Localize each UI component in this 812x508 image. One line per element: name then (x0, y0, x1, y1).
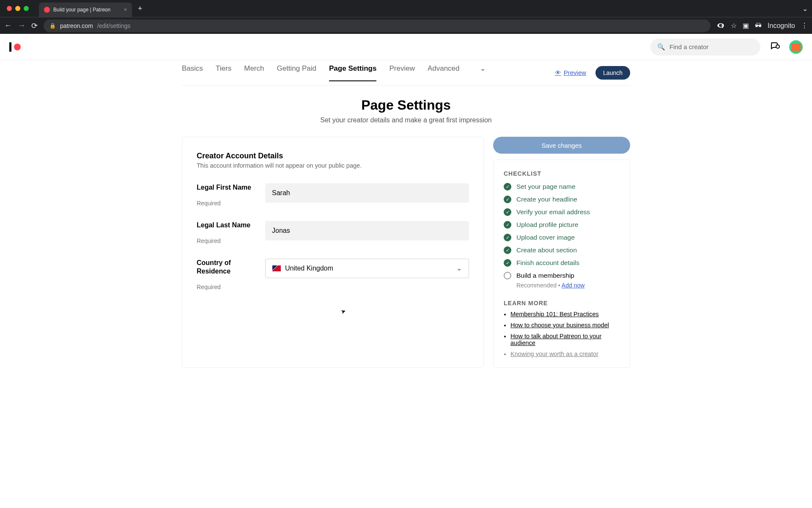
search-icon: 🔍 (657, 43, 665, 51)
check-icon: ✓ (504, 259, 511, 267)
tab-page-settings[interactable]: Page Settings (329, 64, 376, 81)
search-placeholder: Find a creator (669, 43, 709, 50)
checklist: ✓Set your page name ✓Create your headlin… (504, 183, 620, 289)
check-icon: ✓ (504, 221, 511, 229)
site-header: 🔍 Find a creator (0, 34, 812, 60)
browser-actions: 👁‍🗨 ☆ ▣ 🕶 Incognito ⋮ (716, 22, 808, 30)
tabs-overflow-icon[interactable]: ⌄ (802, 5, 808, 13)
browser-tab[interactable]: Build your page | Patreon × (39, 3, 132, 17)
close-tab-icon[interactable]: × (124, 7, 127, 13)
page-subtitle: Set your creator details and make a grea… (182, 116, 630, 124)
circle-icon (504, 272, 511, 279)
svg-point-0 (776, 45, 779, 48)
checklist-item: ✓Create about section (504, 246, 620, 254)
learn-more-item: How to talk about Patreon to your audien… (510, 333, 620, 346)
browser-tab-strip: Build your page | Patreon × + ⌄ (0, 0, 812, 17)
check-icon: ✓ (504, 196, 511, 203)
last-name-label: Legal Last Name (197, 221, 252, 230)
reload-button[interactable]: ⟳ (31, 21, 38, 30)
tab-merch[interactable]: Merch (244, 64, 264, 81)
chevron-down-icon: ⌄ (456, 264, 462, 272)
learn-more-item: How to choose your business model (510, 322, 620, 329)
tab-advanced[interactable]: Advanced (428, 64, 460, 81)
save-button[interactable]: Save changes (493, 137, 630, 154)
learn-more-item: Membership 101: Best Practices (510, 311, 620, 318)
tab-getting-paid[interactable]: Getting Paid (277, 64, 316, 81)
address-bar[interactable]: 🔒 patreon.com/edit/settings (44, 19, 710, 32)
patreon-logo[interactable] (9, 42, 21, 52)
search-input[interactable]: 🔍 Find a creator (650, 39, 760, 55)
extensions-icon[interactable]: ▣ (743, 22, 749, 30)
page-title: Page Settings (182, 97, 630, 113)
checklist-item: ✓Set your page name (504, 183, 620, 190)
eye-icon: 👁 (555, 69, 561, 76)
country-value: United Kingdom (285, 265, 333, 272)
bookmark-icon[interactable]: ☆ (731, 22, 737, 30)
tab-basics[interactable]: Basics (182, 64, 203, 81)
learn-more-link[interactable]: How to talk about Patreon to your audien… (510, 333, 601, 346)
learn-more-link[interactable]: Membership 101: Best Practices (510, 311, 599, 318)
tabs-more-icon[interactable]: ⌄ (480, 64, 486, 81)
browser-menu-icon[interactable]: ⋮ (801, 22, 808, 30)
learn-more-section: LEARN MORE Membership 101: Best Practice… (504, 300, 620, 357)
country-label: Country of Residence (197, 259, 252, 276)
first-name-input[interactable] (265, 183, 469, 203)
checklist-item: ✓Finish account details (504, 259, 620, 267)
preview-link-label: Preview (564, 69, 586, 76)
check-icon: ✓ (504, 208, 511, 216)
minimize-window-icon[interactable] (15, 6, 20, 11)
url-path: /edit/settings (97, 22, 131, 29)
forward-button[interactable]: → (18, 21, 25, 30)
country-required: Required (197, 284, 252, 290)
section-note: This account information will not appear… (197, 162, 469, 169)
check-icon: ✓ (504, 183, 511, 190)
checklist-item: ✓Create your headline (504, 196, 620, 203)
eye-off-icon[interactable]: 👁‍🗨 (716, 22, 725, 30)
avatar[interactable] (789, 40, 803, 54)
checklist-item-incomplete: Build a membership (504, 272, 620, 279)
close-window-icon[interactable] (7, 6, 12, 11)
page-heading: Page Settings Set your creator details a… (182, 86, 630, 137)
checklist-item: ✓Upload cover image (504, 234, 620, 241)
settings-tabs: Basics Tiers Merch Getting Paid Page Set… (182, 60, 630, 86)
incognito-label: Incognito (768, 22, 795, 30)
traffic-lights (7, 6, 29, 11)
tab-preview[interactable]: Preview (389, 64, 414, 81)
checklist-title: CHECKLIST (504, 170, 620, 177)
cursor-icon: ➤ (340, 307, 347, 315)
check-icon: ✓ (504, 234, 511, 241)
launch-button[interactable]: Launch (595, 66, 630, 80)
flag-icon (272, 265, 281, 271)
new-tab-button[interactable]: + (138, 4, 143, 13)
add-now-link[interactable]: Add now (562, 282, 584, 289)
learn-more-link[interactable]: Knowing your worth as a creator (510, 351, 598, 357)
learn-more-title: LEARN MORE (504, 300, 620, 306)
form-card: Creator Account Details This account inf… (182, 137, 484, 368)
last-name-required: Required (197, 237, 252, 244)
incognito-icon: 🕶 (755, 22, 762, 30)
check-icon: ✓ (504, 246, 511, 254)
preview-link[interactable]: 👁 Preview (555, 69, 586, 76)
tab-tiers[interactable]: Tiers (216, 64, 231, 81)
first-name-required: Required (197, 200, 252, 207)
last-name-input[interactable] (265, 221, 469, 240)
learn-more-item: Knowing your worth as a creator (510, 351, 620, 357)
favicon-icon (44, 7, 50, 13)
checklist-item: ✓Verify your email address (504, 208, 620, 216)
back-button[interactable]: ← (4, 21, 12, 30)
section-title: Creator Account Details (197, 152, 469, 160)
country-select[interactable]: United Kingdom ⌄ (265, 259, 469, 278)
checklist-card: CHECKLIST ✓Set your page name ✓Create yo… (493, 160, 630, 368)
zoom-window-icon[interactable] (24, 6, 29, 11)
url-host: patreon.com (60, 22, 93, 29)
browser-toolbar: ← → ⟳ 🔒 patreon.com/edit/settings 👁‍🗨 ☆ … (0, 17, 812, 34)
messages-icon[interactable] (770, 41, 780, 53)
first-name-label: Legal First Name (197, 183, 252, 192)
checklist-subtext: Recommended • Add now (516, 282, 620, 289)
checklist-item: ✓Upload profile picture (504, 221, 620, 229)
learn-more-link[interactable]: How to choose your business model (510, 322, 609, 329)
tab-title: Build your page | Patreon (53, 7, 110, 13)
lock-icon: 🔒 (49, 23, 56, 29)
